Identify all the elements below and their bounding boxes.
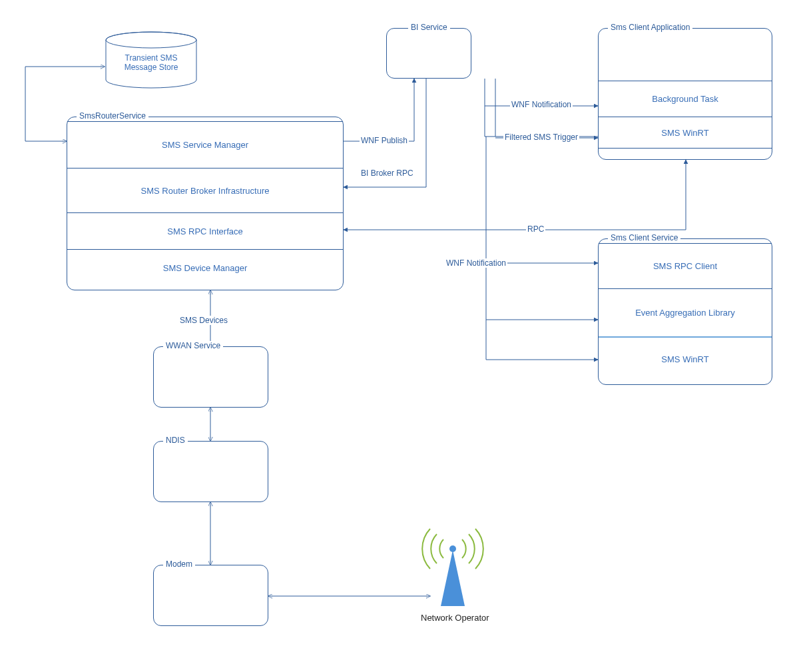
modem: Modem xyxy=(153,565,268,626)
wnf-notification-mid-label: WNF Notification xyxy=(445,258,507,268)
sms-client-app-title: Sms Client Application xyxy=(608,23,692,32)
bi-broker-rpc-label: BI Broker RPC xyxy=(360,168,415,178)
sms-client-application: Sms Client Application Background Task S… xyxy=(598,28,772,160)
svg-point-0 xyxy=(449,545,456,552)
sms-router-service: SmsRouterService SMS Service Manager SMS… xyxy=(67,117,344,290)
sms-rpc-interface-row: SMS RPC Interface xyxy=(67,212,343,249)
transient-sms-store: Transient SMS Message Store xyxy=(105,32,198,89)
sms-router-broker-row: SMS Router Broker Infrastructure xyxy=(67,168,343,212)
sms-client-service-title: Sms Client Service xyxy=(608,233,680,242)
sms-winrt-service-row: SMS WinRT xyxy=(599,336,772,380)
event-aggregation-row: Event Aggregation Library xyxy=(599,288,772,336)
bi-service: BI Service xyxy=(386,28,471,79)
sms-devices-label: SMS Devices xyxy=(178,316,229,325)
ndis-title: NDIS xyxy=(163,436,188,445)
sms-router-service-title: SmsRouterService xyxy=(77,111,148,121)
network-operator-label: Network Operator xyxy=(421,613,489,623)
background-task-row: Background Task xyxy=(599,81,772,117)
sms-rpc-client-row: SMS RPC Client xyxy=(599,243,772,288)
sms-winrt-app-row: SMS WinRT xyxy=(599,117,772,149)
wnf-publish-label: WNF Publish xyxy=(360,136,409,145)
wwan-service: WWAN Service xyxy=(153,346,268,408)
filtered-sms-trigger-label: Filtered SMS Trigger xyxy=(503,133,579,142)
wwan-title: WWAN Service xyxy=(163,341,223,350)
wnf-notification-top-label: WNF Notification xyxy=(510,100,573,109)
sms-device-manager-row: SMS Device Manager xyxy=(67,249,343,286)
ndis: NDIS xyxy=(153,441,268,502)
sms-service-manager-row: SMS Service Manager xyxy=(67,121,343,168)
rpc-label: RPC xyxy=(526,224,545,234)
sms-client-service: Sms Client Service SMS RPC Client Event … xyxy=(598,238,772,385)
bi-service-title: BI Service xyxy=(408,23,450,32)
transient-sms-store-label: Transient SMS Message Store xyxy=(105,53,198,72)
modem-title: Modem xyxy=(163,559,195,569)
